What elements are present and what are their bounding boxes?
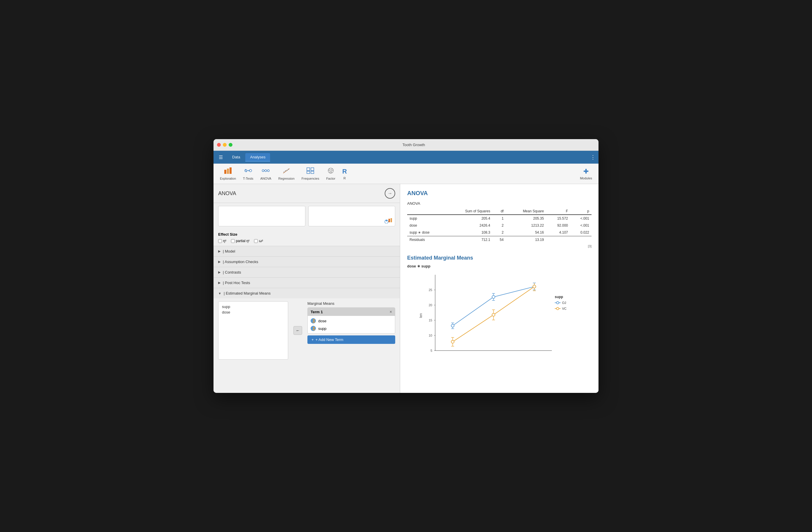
toolbar: Exploration T-Tests xyxy=(214,163,598,184)
traffic-lights xyxy=(217,143,232,147)
tab-analyses[interactable]: Analyses xyxy=(245,153,270,162)
anova-label: ANOVA xyxy=(260,177,272,180)
modules-label: Modules xyxy=(580,176,592,180)
minimize-button[interactable] xyxy=(223,143,227,147)
dependent-var-box[interactable] xyxy=(218,206,305,226)
svg-point-9 xyxy=(265,170,267,172)
factor-icon xyxy=(327,168,335,176)
col-p: p xyxy=(570,208,592,215)
svg-text:OJ: OJ xyxy=(562,301,566,304)
more-options-icon[interactable]: ⋮ xyxy=(590,154,596,160)
svg-point-54 xyxy=(451,324,454,327)
svg-text:supp: supp xyxy=(555,295,563,299)
eta-squared-checkbox[interactable]: η² xyxy=(218,239,226,243)
svg-text:5: 5 xyxy=(431,349,432,352)
term-item-dose: dose xyxy=(308,317,395,325)
svg-text:15: 15 xyxy=(429,318,432,322)
anova-table-label: ANOVA xyxy=(407,201,592,206)
emm-results-section: Estimated Marginal Means dose ∗ supp 5 xyxy=(407,255,592,362)
post-hoc-tests-header[interactable]: ▶ | Post Hoc Tests xyxy=(214,278,400,288)
emm-header[interactable]: ▼ | Estimated Marginal Means xyxy=(214,288,400,298)
svg-rect-29 xyxy=(391,218,392,222)
app-window: Tooth Growth ☰ Data Analyses ⋮ Explorati… xyxy=(214,139,598,393)
svg-point-73 xyxy=(533,285,536,288)
svg-rect-2 xyxy=(230,168,232,174)
svg-point-37 xyxy=(313,329,315,330)
table-row: supp ∗ dose108.3254.164.1070.022 xyxy=(407,229,592,236)
emm-chart-svg: 5 10 15 20 25 xyxy=(407,272,592,362)
r-icon: R xyxy=(343,168,347,175)
toolbar-factor[interactable]: Factor xyxy=(323,166,339,182)
right-panel: ANOVA ANOVA Sum of Squares df Mean Squar… xyxy=(400,184,598,393)
col-f: F xyxy=(546,208,570,215)
term-item-supp-label: supp xyxy=(318,326,327,331)
table-row: dose2426.421213.2292.000<.001 xyxy=(407,222,592,229)
table-row: supp205.41205.3515.572<.001 xyxy=(407,215,592,222)
partial-eta-squared-checkbox[interactable]: partial η² xyxy=(231,239,250,243)
svg-rect-21 xyxy=(311,171,314,174)
maximize-button[interactable] xyxy=(229,143,232,147)
svg-point-14 xyxy=(284,172,285,173)
factor-label: Factor xyxy=(326,177,335,180)
supp-icon xyxy=(310,326,316,331)
col-df: df xyxy=(493,208,506,215)
svg-point-4 xyxy=(249,170,252,172)
emm-variable-list[interactable]: supp dose xyxy=(218,301,288,360)
menu-icon[interactable]: ☰ xyxy=(216,154,225,161)
fixed-factors-box[interactable] xyxy=(308,206,395,226)
svg-point-24 xyxy=(331,169,333,171)
panel-title: ANOVA xyxy=(218,190,236,197)
exploration-icon xyxy=(224,168,232,176)
frequencies-icon xyxy=(306,168,314,176)
toolbar-r[interactable]: R R xyxy=(339,166,351,182)
close-button[interactable] xyxy=(217,143,221,147)
toolbar-ttests[interactable]: T-Tests xyxy=(240,166,257,182)
add-term-label: + Add New Term xyxy=(316,337,344,342)
table-row: Residuals712.15413.19 xyxy=(407,236,592,244)
term-1-close[interactable]: × xyxy=(390,310,392,314)
term-1-box: Term 1 × xyxy=(307,307,395,334)
term-1-title: Term 1 xyxy=(310,310,323,314)
assumption-checks-header[interactable]: ▶ | Assumption Checks xyxy=(214,257,400,267)
svg-point-27 xyxy=(386,220,387,221)
post-hoc-tests-title: | Post Hoc Tests xyxy=(223,281,250,285)
toolbar-regression[interactable]: Regression xyxy=(275,166,298,182)
svg-text:20: 20 xyxy=(429,303,432,307)
col-ms: Mean Square xyxy=(506,208,546,215)
toolbar-frequencies[interactable]: Frequencies xyxy=(298,166,323,182)
anova-icon xyxy=(262,168,270,176)
svg-point-70 xyxy=(492,313,495,316)
contrasts-header[interactable]: ▶ | Contrasts xyxy=(214,267,400,277)
toolbar-exploration[interactable]: Exploration xyxy=(216,166,240,182)
emm-right-panel: Marginal Means Term 1 × xyxy=(307,301,395,360)
model-header[interactable]: ▶ | Model xyxy=(214,246,400,256)
modules-button[interactable]: ✚ Modules xyxy=(576,166,596,182)
exploration-label: Exploration xyxy=(220,177,236,180)
assumption-checks-title: | Assumption Checks xyxy=(223,260,258,264)
svg-point-8 xyxy=(262,170,264,172)
effect-size-checkboxes: η² partial η² ω² xyxy=(218,239,395,243)
tab-data[interactable]: Data xyxy=(228,153,245,162)
effect-size-title: Effect Size xyxy=(218,232,395,236)
assumption-checks-chevron: ▶ xyxy=(218,260,220,264)
emm-chart: 5 10 15 20 25 xyxy=(407,272,592,362)
post-hoc-tests-section: ▶ | Post Hoc Tests xyxy=(214,277,400,288)
svg-point-76 xyxy=(556,302,559,304)
svg-rect-1 xyxy=(227,169,229,174)
anova-table-section: ANOVA Sum of Squares df Mean Square F p xyxy=(407,201,592,248)
r-label: R xyxy=(344,176,346,180)
emm-content-section: supp dose ← Marginal Means Term 1 × xyxy=(214,298,400,360)
contrasts-title: | Contrasts xyxy=(223,270,241,274)
omega-squared-checkbox[interactable]: ω² xyxy=(254,239,263,243)
post-hoc-tests-chevron: ▶ xyxy=(218,281,220,285)
modules-icon: ✚ xyxy=(583,168,589,175)
run-button[interactable]: → xyxy=(385,188,395,199)
add-new-term-button[interactable]: + + Add New Term xyxy=(307,335,395,344)
marginal-means-label: Marginal Means xyxy=(307,301,395,306)
assumption-checks-section: ▶ | Assumption Checks xyxy=(214,256,400,267)
emm-arrow-button[interactable]: ← xyxy=(293,326,302,335)
col-ss: Sum of Squares xyxy=(446,208,493,215)
svg-point-33 xyxy=(313,321,315,323)
toolbar-anova[interactable]: ANOVA xyxy=(257,166,275,182)
model-chevron: ▶ xyxy=(218,249,220,253)
